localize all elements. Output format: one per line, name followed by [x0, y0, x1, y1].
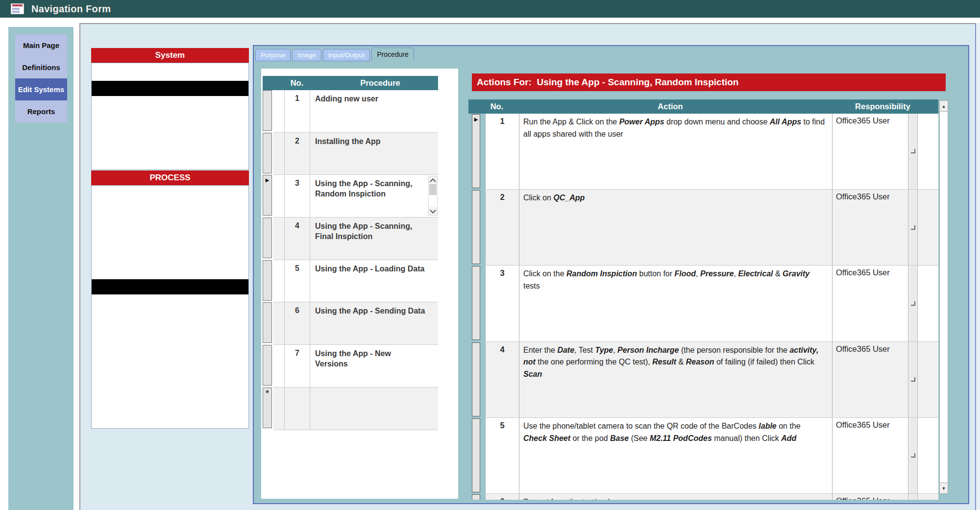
title-bar: Navigation Form [0, 0, 980, 18]
tab-label: Input/Output [328, 51, 365, 59]
nav-button[interactable]: Definitions [15, 56, 67, 78]
nav-button-label: Definitions [22, 63, 60, 72]
responsibility-dropdown-strip[interactable] [908, 342, 918, 417]
process-list-item[interactable] [92, 264, 248, 279]
responsibility-dropdown-strip[interactable] [908, 266, 918, 341]
procedure-no-cell[interactable] [284, 388, 310, 430]
procedure-row: ▶ 3 Using the App - Scanning, Random Ins… [263, 175, 438, 218]
process-list-item[interactable] [92, 310, 248, 325]
nav-button[interactable]: Reports [15, 100, 67, 122]
action-row-cells: 6 Repeat from the test/pod Office365 Use… [485, 494, 938, 500]
record-selector[interactable] [472, 190, 480, 264]
procedure-text-cell[interactable]: Using the App - Scanning, Final Inspicti… [310, 218, 438, 260]
record-selector[interactable] [472, 342, 480, 416]
process-list-item[interactable] [92, 234, 248, 249]
action-no-cell[interactable]: 5 [486, 418, 519, 493]
record-selector[interactable] [263, 90, 272, 131]
responsibility-dropdown-strip[interactable] [908, 114, 918, 189]
nav-button[interactable]: Edit Systems [15, 78, 67, 100]
process-list-item[interactable] [92, 340, 248, 355]
action-text-cell[interactable]: Repeat from the test/pod [519, 494, 833, 500]
system-list-item[interactable] [92, 111, 248, 126]
procedure-no-cell[interactable]: 6 [284, 302, 310, 344]
procedure-no-cell[interactable]: 7 [284, 345, 310, 387]
row-filler [918, 266, 938, 341]
procedure-no-cell[interactable]: 4 [284, 218, 310, 260]
scrollbar-thumb[interactable] [429, 184, 437, 195]
system-list-item[interactable] [92, 96, 248, 111]
page-title: Navigation Form [31, 3, 111, 15]
action-no-cell[interactable]: 2 [486, 190, 519, 265]
process-list-item[interactable] [92, 279, 248, 294]
record-selector[interactable]: ▶ [472, 114, 480, 188]
row-gutter [273, 260, 284, 302]
procedure-text-cell[interactable]: Installing the App [310, 133, 438, 175]
procedure-row-cells: 2 Installing the App [273, 133, 438, 175]
scroll-up-arrow-icon[interactable]: ▲ [940, 101, 948, 112]
action-no-cell[interactable]: 1 [486, 114, 519, 189]
action-text-cell[interactable]: Use the phone/tablet camera to scan the … [519, 418, 833, 493]
action-text-cell[interactable]: Run the App & Click on the Power Apps dr… [519, 114, 833, 189]
responsibility-cell[interactable]: Office365 User [833, 266, 908, 341]
responsibility-dropdown-strip[interactable] [908, 190, 918, 265]
responsibility-dropdown-strip[interactable] [908, 418, 918, 493]
record-selector[interactable] [263, 260, 272, 301]
nav-button-label: Main Page [23, 41, 59, 49]
scroll-down-arrow-icon[interactable]: ▼ [940, 483, 948, 493]
responsibility-cell[interactable]: Office365 User [833, 342, 908, 417]
procedure-text-cell[interactable]: Using the App - Loading Data [310, 260, 438, 302]
record-selector[interactable] [263, 218, 272, 258]
action-text-cell[interactable]: Enter the Date, Test Type, Person Inchar… [519, 342, 833, 417]
tab[interactable]: Input/Output [323, 49, 370, 61]
record-selector[interactable] [472, 418, 480, 492]
responsibility-cell[interactable]: Office365 User [833, 190, 908, 265]
procedure-text-cell[interactable]: Using the App - Sending Data [310, 302, 438, 344]
record-selector[interactable] [263, 302, 272, 343]
record-selector[interactable] [472, 266, 480, 340]
tab-label: Image [297, 51, 316, 59]
action-text-cell[interactable]: Click on the Random Inspiction button fo… [519, 266, 833, 341]
action-no-cell[interactable]: 6 [486, 494, 519, 500]
record-selector[interactable]: * [263, 388, 272, 428]
process-list-item[interactable] [92, 325, 248, 340]
procedure-no-cell[interactable]: 5 [284, 260, 310, 302]
responsibility-cell[interactable]: Office365 User [833, 494, 908, 500]
process-list-item[interactable] [92, 188, 248, 203]
chevron-up-icon[interactable] [429, 176, 437, 184]
procedure-no-cell[interactable]: 3 [284, 175, 310, 217]
cell-scrollbar[interactable] [428, 176, 438, 216]
tab[interactable]: Procedure [371, 48, 414, 61]
chevron-down-icon[interactable] [429, 207, 437, 215]
row-gutter [273, 302, 284, 344]
procedure-text-cell[interactable]: Adding new user [310, 90, 438, 132]
process-list-item[interactable] [92, 249, 248, 264]
system-list-item[interactable] [92, 66, 248, 81]
action-row-cells: 3 Click on the Random Inspiction button … [485, 266, 938, 341]
responsibility-cell[interactable]: Office365 User [833, 418, 908, 493]
procedure-text-cell[interactable] [310, 388, 438, 430]
record-selector[interactable] [472, 494, 480, 500]
chevron-down-icon [911, 453, 915, 458]
process-list-item[interactable] [92, 294, 248, 310]
action-no-cell[interactable]: 3 [486, 266, 519, 341]
actions-scrollbar[interactable]: ▲ ▼ [939, 100, 948, 494]
tab[interactable]: Purpose [255, 49, 291, 61]
responsibility-dropdown-strip[interactable] [908, 494, 918, 500]
system-list-item[interactable] [92, 81, 248, 96]
procedure-text-cell[interactable]: Using the App - Scanning, Random Inspict… [310, 175, 438, 217]
action-row: ▶ 1 Run the App & Click on the Power App… [468, 114, 938, 190]
row-filler [918, 114, 938, 189]
responsibility-cell[interactable]: Office365 User [833, 114, 908, 189]
record-selector[interactable] [263, 345, 272, 386]
action-text-cell[interactable]: Click on QC_App [519, 190, 833, 265]
record-selector[interactable] [263, 133, 272, 173]
process-list-item[interactable] [92, 219, 248, 234]
procedure-no-cell[interactable]: 2 [284, 133, 310, 175]
tab[interactable]: Image [292, 49, 321, 61]
nav-button[interactable]: Main Page [15, 34, 67, 56]
procedure-no-cell[interactable]: 1 [284, 90, 310, 132]
record-selector[interactable]: ▶ [263, 175, 272, 216]
action-no-cell[interactable]: 4 [486, 342, 519, 417]
process-list-item[interactable] [92, 203, 248, 219]
procedure-text-cell[interactable]: Using the App - New Versions [310, 345, 438, 387]
